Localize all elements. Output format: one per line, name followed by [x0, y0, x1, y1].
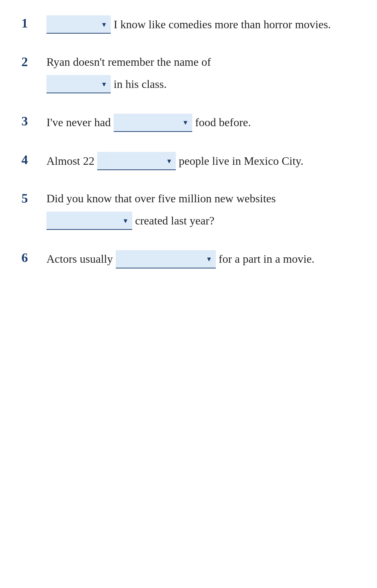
sentence-before-2: Ryan doesn't remember the name of [46, 53, 356, 71]
sentence-before-5: Did you know that over five million new … [46, 189, 356, 208]
dropdown-wrapper-6: audition perform practice compete ▼ [116, 250, 216, 268]
sentence-line-6: Actors usually audition perform practice… [46, 249, 356, 270]
dropdown-5[interactable]: were are was is [46, 212, 132, 230]
sentence-text-2a: Ryan doesn't remember the name of [46, 55, 211, 68]
dropdown-4[interactable]: million billion thousand hundred [97, 152, 176, 170]
dropdown-1[interactable]: I She He They We [46, 15, 111, 34]
sentence-text-3b: food before. [195, 112, 251, 133]
question-content-1: I She He They We ▼ I know like comedies … [46, 14, 356, 35]
sentence-text-5b: created last year? [135, 211, 214, 231]
sentence-line-3: I've never had Mexican Thai Indian Chine… [46, 112, 356, 133]
question-content-4: Almost 22 million billion thousand hundr… [46, 151, 356, 172]
question-number-2: 2 [21, 53, 46, 69]
sentence-text-3a: I've never had [46, 112, 111, 133]
sentence-text-4b: people live in Mexico City. [179, 151, 303, 172]
dropdown-6[interactable]: audition perform practice compete [116, 250, 216, 268]
dropdown-wrapper-2: anyone someone no one everyone ▼ [46, 75, 111, 93]
question-number-3: 3 [21, 112, 46, 129]
question-number-5: 5 [21, 189, 46, 206]
dropdown-wrapper-1: I She He They We ▼ [46, 15, 111, 34]
dropdown-wrapper-5: were are was is ▼ [46, 212, 132, 230]
question-2: 2 Ryan doesn't remember the name of anyo… [21, 53, 356, 95]
sentence-text-1a: I know like comedies more than horror mo… [114, 14, 331, 35]
sentence-text-6a: Actors usually [46, 249, 113, 270]
question-content-2: Ryan doesn't remember the name of anyone… [46, 53, 356, 95]
question-4: 4 Almost 22 million billion thousand hun… [21, 151, 356, 172]
question-number-1: 1 [21, 14, 46, 31]
question-content-3: I've never had Mexican Thai Indian Chine… [46, 112, 356, 133]
sentence-line-2: anyone someone no one everyone ▼ in his … [46, 74, 356, 95]
question-content-5: Did you know that over five million new … [46, 189, 356, 231]
dropdown-3[interactable]: Mexican Thai Indian Chinese [114, 114, 192, 132]
question-number-6: 6 [21, 249, 46, 265]
sentence-line-1: I She He They We ▼ I know like comedies … [46, 14, 356, 35]
question-5: 5 Did you know that over five million ne… [21, 189, 356, 231]
sentence-line-4: Almost 22 million billion thousand hundr… [46, 151, 356, 172]
dropdown-wrapper-3: Mexican Thai Indian Chinese ▼ [114, 114, 192, 132]
sentence-text-2b: in his class. [114, 74, 167, 95]
sentence-text-5a: Did you know that over five million new … [46, 192, 276, 205]
sentence-line-5: were are was is ▼ created last year? [46, 211, 356, 231]
question-number-4: 4 [21, 151, 46, 167]
dropdown-2[interactable]: anyone someone no one everyone [46, 75, 111, 93]
dropdown-wrapper-4: million billion thousand hundred ▼ [97, 152, 176, 170]
question-1: 1 I She He They We ▼ I know like comedie… [21, 14, 356, 35]
sentence-text-6b: for a part in a movie. [219, 249, 314, 270]
sentence-text-4a: Almost 22 [46, 151, 94, 172]
question-6: 6 Actors usually audition perform practi… [21, 249, 356, 270]
question-3: 3 I've never had Mexican Thai Indian Chi… [21, 112, 356, 133]
question-content-6: Actors usually audition perform practice… [46, 249, 356, 270]
